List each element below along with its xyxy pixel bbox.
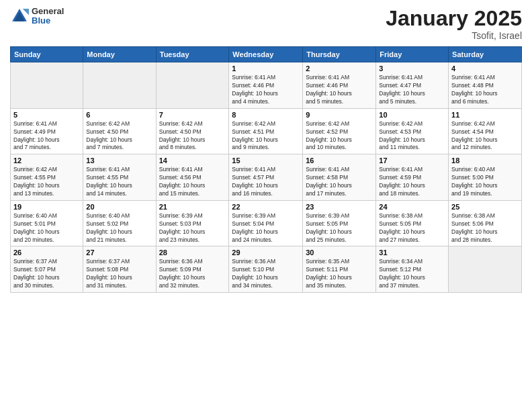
day-header-thursday: Thursday (303, 47, 376, 62)
day-number: 9 (306, 111, 373, 119)
day-info: Sunrise: 6:41 AMSunset: 4:46 PMDaylight:… (306, 74, 373, 106)
day-info: Sunrise: 6:36 AMSunset: 5:10 PMDaylight:… (232, 258, 300, 290)
day-number: 5 (13, 111, 80, 119)
day-info: Sunrise: 6:38 AMSunset: 5:05 PMDaylight:… (379, 212, 445, 244)
day-info: Sunrise: 6:41 AMSunset: 4:47 PMDaylight:… (379, 74, 445, 106)
calendar-cell: 9Sunrise: 6:42 AMSunset: 4:52 PMDaylight… (303, 108, 376, 154)
day-number: 30 (306, 248, 373, 257)
day-info: Sunrise: 6:42 AMSunset: 4:50 PMDaylight:… (159, 120, 226, 152)
day-number: 27 (86, 248, 152, 257)
day-header-sunday: Sunday (11, 47, 83, 62)
calendar-cell (83, 62, 156, 109)
day-number: 2 (306, 64, 373, 73)
calendar-title: January 2025 (386, 7, 522, 30)
calendar-cell: 3Sunrise: 6:41 AMSunset: 4:47 PMDaylight… (376, 62, 449, 109)
calendar-cell: 10Sunrise: 6:42 AMSunset: 4:53 PMDayligh… (376, 108, 449, 154)
day-info: Sunrise: 6:41 AMSunset: 4:48 PMDaylight:… (451, 74, 519, 106)
day-header-saturday: Saturday (449, 47, 522, 62)
day-info: Sunrise: 6:35 AMSunset: 5:11 PMDaylight:… (306, 258, 373, 290)
day-number: 14 (159, 156, 226, 165)
day-info: Sunrise: 6:42 AMSunset: 4:50 PMDaylight:… (86, 120, 152, 152)
day-info: Sunrise: 6:41 AMSunset: 4:58 PMDaylight:… (306, 166, 373, 198)
day-number: 24 (379, 203, 445, 211)
day-header-friday: Friday (376, 47, 449, 62)
header: General Blue January 2025 Tsofit, Israel (10, 7, 522, 41)
calendar-cell: 15Sunrise: 6:41 AMSunset: 4:57 PMDayligh… (229, 154, 303, 201)
day-header-monday: Monday (83, 47, 156, 62)
day-header-wednesday: Wednesday (229, 47, 303, 62)
day-info: Sunrise: 6:39 AMSunset: 5:05 PMDaylight:… (306, 212, 373, 244)
day-info: Sunrise: 6:36 AMSunset: 5:09 PMDaylight:… (159, 258, 226, 290)
calendar-cell: 29Sunrise: 6:36 AMSunset: 5:10 PMDayligh… (229, 246, 303, 293)
day-number: 16 (306, 156, 373, 165)
day-info: Sunrise: 6:41 AMSunset: 4:55 PMDaylight:… (86, 166, 152, 198)
day-number: 22 (232, 203, 300, 211)
day-number: 7 (159, 111, 226, 119)
calendar-cell: 30Sunrise: 6:35 AMSunset: 5:11 PMDayligh… (303, 246, 376, 293)
day-number: 26 (13, 248, 80, 257)
calendar-cell: 2Sunrise: 6:41 AMSunset: 4:46 PMDaylight… (303, 62, 376, 109)
calendar-cell: 8Sunrise: 6:42 AMSunset: 4:51 PMDaylight… (229, 108, 303, 154)
calendar-cell: 27Sunrise: 6:37 AMSunset: 5:08 PMDayligh… (83, 246, 156, 293)
day-number: 28 (159, 248, 226, 257)
day-info: Sunrise: 6:39 AMSunset: 5:03 PMDaylight:… (159, 212, 226, 244)
day-number: 29 (232, 248, 300, 257)
day-info: Sunrise: 6:41 AMSunset: 4:59 PMDaylight:… (379, 166, 445, 198)
calendar-cell: 24Sunrise: 6:38 AMSunset: 5:05 PMDayligh… (376, 200, 449, 246)
calendar-cell: 16Sunrise: 6:41 AMSunset: 4:58 PMDayligh… (303, 154, 376, 201)
day-info: Sunrise: 6:42 AMSunset: 4:54 PMDaylight:… (451, 120, 519, 152)
day-number: 31 (379, 248, 445, 257)
calendar-cell: 23Sunrise: 6:39 AMSunset: 5:05 PMDayligh… (303, 200, 376, 246)
calendar-cell: 17Sunrise: 6:41 AMSunset: 4:59 PMDayligh… (376, 154, 449, 201)
day-info: Sunrise: 6:37 AMSunset: 5:07 PMDaylight:… (13, 258, 80, 290)
calendar-cell: 4Sunrise: 6:41 AMSunset: 4:48 PMDaylight… (449, 62, 522, 109)
calendar-cell: 6Sunrise: 6:42 AMSunset: 4:50 PMDaylight… (83, 108, 156, 154)
calendar-cell: 21Sunrise: 6:39 AMSunset: 5:03 PMDayligh… (156, 200, 229, 246)
day-number: 23 (306, 203, 373, 211)
day-number: 3 (379, 64, 445, 73)
day-info: Sunrise: 6:41 AMSunset: 4:56 PMDaylight:… (159, 166, 226, 198)
calendar-cell (156, 62, 229, 109)
calendar-cell: 18Sunrise: 6:40 AMSunset: 5:00 PMDayligh… (449, 154, 522, 201)
calendar-cell: 28Sunrise: 6:36 AMSunset: 5:09 PMDayligh… (156, 246, 229, 293)
calendar-cell: 26Sunrise: 6:37 AMSunset: 5:07 PMDayligh… (11, 246, 83, 293)
calendar-cell: 12Sunrise: 6:42 AMSunset: 4:55 PMDayligh… (11, 154, 83, 201)
title-block: January 2025 Tsofit, Israel (386, 7, 522, 41)
calendar-cell: 20Sunrise: 6:40 AMSunset: 5:02 PMDayligh… (83, 200, 156, 246)
calendar-cell: 7Sunrise: 6:42 AMSunset: 4:50 PMDaylight… (156, 108, 229, 154)
day-number: 15 (232, 156, 300, 165)
week-row-3: 19Sunrise: 6:40 AMSunset: 5:01 PMDayligh… (11, 200, 522, 246)
day-info: Sunrise: 6:41 AMSunset: 4:57 PMDaylight:… (232, 166, 300, 198)
day-info: Sunrise: 6:40 AMSunset: 5:00 PMDaylight:… (451, 166, 519, 198)
calendar-cell: 14Sunrise: 6:41 AMSunset: 4:56 PMDayligh… (156, 154, 229, 201)
calendar-cell (11, 62, 83, 109)
logo-text: General Blue (32, 7, 64, 26)
week-row-0: 1Sunrise: 6:41 AMSunset: 4:46 PMDaylight… (11, 62, 522, 109)
day-info: Sunrise: 6:40 AMSunset: 5:02 PMDaylight:… (86, 212, 152, 244)
logo-blue-text: Blue (32, 16, 64, 26)
logo-general-text: General (32, 7, 64, 16)
day-number: 4 (451, 64, 519, 73)
day-info: Sunrise: 6:41 AMSunset: 4:46 PMDaylight:… (232, 74, 300, 106)
day-info: Sunrise: 6:42 AMSunset: 4:53 PMDaylight:… (379, 120, 445, 152)
calendar-cell: 11Sunrise: 6:42 AMSunset: 4:54 PMDayligh… (449, 108, 522, 154)
day-number: 8 (232, 111, 300, 119)
calendar-cell: 25Sunrise: 6:38 AMSunset: 5:06 PMDayligh… (449, 200, 522, 246)
day-header-tuesday: Tuesday (156, 47, 229, 62)
calendar-cell: 1Sunrise: 6:41 AMSunset: 4:46 PMDaylight… (229, 62, 303, 109)
calendar-subtitle: Tsofit, Israel (386, 30, 522, 41)
day-number: 11 (451, 111, 519, 119)
week-row-2: 12Sunrise: 6:42 AMSunset: 4:55 PMDayligh… (11, 154, 522, 201)
week-row-1: 5Sunrise: 6:41 AMSunset: 4:49 PMDaylight… (11, 108, 522, 154)
day-info: Sunrise: 6:40 AMSunset: 5:01 PMDaylight:… (13, 212, 80, 244)
day-number: 18 (451, 156, 519, 165)
svg-marker-2 (23, 9, 29, 15)
week-row-4: 26Sunrise: 6:37 AMSunset: 5:07 PMDayligh… (11, 246, 522, 293)
calendar-cell: 13Sunrise: 6:41 AMSunset: 4:55 PMDayligh… (83, 154, 156, 201)
logo: General Blue (10, 7, 64, 26)
day-number: 10 (379, 111, 445, 119)
day-info: Sunrise: 6:42 AMSunset: 4:55 PMDaylight:… (13, 166, 80, 198)
page: General Blue January 2025 Tsofit, Israel… (0, 0, 532, 411)
day-info: Sunrise: 6:39 AMSunset: 5:04 PMDaylight:… (232, 212, 300, 244)
day-number: 19 (13, 203, 80, 211)
